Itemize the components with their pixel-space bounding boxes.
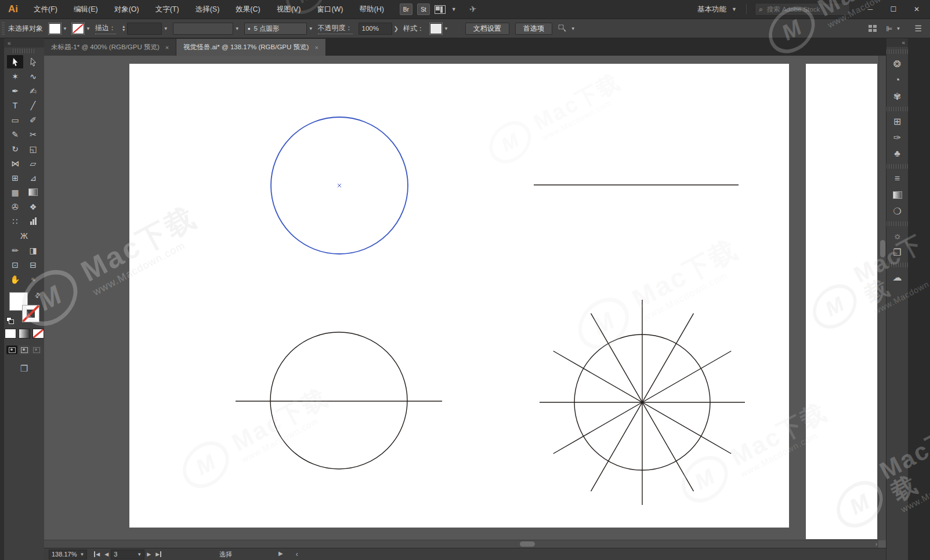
bridge-icon[interactable]: Br — [400, 3, 412, 15]
fill-swatch[interactable] — [49, 23, 61, 34]
puppet-warp-tool[interactable]: Ж — [16, 229, 32, 242]
scrollbar-thumb[interactable] — [520, 541, 535, 547]
workspace-switcher[interactable]: 基本功能 ▼ — [688, 5, 746, 14]
width-profile-field[interactable] — [173, 23, 233, 35]
panel-gripper[interactable] — [886, 49, 910, 54]
panel-gripper[interactable] — [886, 164, 910, 169]
stock-search[interactable]: ⌕ — [755, 3, 850, 16]
preferences-button[interactable]: 首选项 — [515, 23, 552, 35]
chevron-down-icon[interactable]: ▼ — [86, 26, 91, 31]
artboard-2[interactable] — [806, 64, 877, 539]
eraser-tool[interactable]: ◨ — [25, 243, 41, 257]
perspective-grid-tool[interactable]: ⊿ — [25, 171, 41, 184]
close-button[interactable]: ✕ — [907, 2, 927, 17]
panel-gripper[interactable] — [13, 49, 36, 53]
horizontal-scrollbar[interactable]: › — [44, 540, 878, 548]
menu-item-4[interactable]: 文字(T) — [148, 0, 187, 19]
transparency-panel-icon[interactable]: ❍ — [886, 203, 908, 219]
paintbrush-tool[interactable]: ✐ — [25, 113, 41, 126]
menu-item-1[interactable]: 文件(F) — [26, 0, 65, 19]
scale-tool[interactable]: ◱ — [25, 142, 41, 155]
gradient-button[interactable] — [19, 329, 30, 339]
swatches-panel-icon[interactable]: ⊞ — [886, 113, 908, 129]
zoom-level-field[interactable]: 138.17% ▼ — [49, 550, 87, 559]
arrange-documents-icon[interactable] — [435, 5, 446, 14]
lasso-tool[interactable]: ∿ — [25, 70, 41, 83]
selection-tool[interactable] — [7, 55, 23, 68]
menu-item-6[interactable]: 效果(C) — [228, 0, 267, 19]
pencil-tool[interactable]: ✎ — [7, 128, 23, 141]
select-similar-icon[interactable] — [558, 24, 567, 32]
rectangle-tool[interactable]: ▭ — [7, 113, 23, 126]
layers-panel-icon[interactable]: ❐ — [886, 244, 908, 260]
artboard-tool[interactable]: ⊡ — [7, 258, 23, 271]
type-tool[interactable]: T — [7, 99, 23, 112]
last-artboard-button[interactable]: ▶ — [155, 551, 161, 557]
stroke-weight-label[interactable]: 描边： — [95, 23, 116, 34]
free-transform-tool[interactable]: ▱ — [25, 157, 41, 170]
panel-menu-icon[interactable]: ☰ — [914, 24, 922, 33]
symbols-panel-icon[interactable]: ♣ — [886, 146, 908, 162]
minimize-button[interactable]: ─ — [860, 2, 880, 17]
gradient-panel-icon[interactable] — [886, 187, 908, 203]
status-pop-left-icon[interactable]: ‹ — [296, 550, 298, 558]
menu-item-9[interactable]: 帮助(H) — [352, 0, 392, 19]
appearance-panel-icon[interactable]: ☼ — [886, 228, 908, 244]
none-button[interactable] — [32, 329, 44, 339]
screen-mode-button[interactable]: ❐ — [17, 363, 31, 374]
previous-artboard-button[interactable]: ◀ — [104, 551, 108, 557]
draw-normal-button[interactable] — [6, 346, 17, 354]
color-guide-icon[interactable]: ◔ — [886, 72, 908, 88]
zoom-tool[interactable]: ♀ — [25, 272, 41, 286]
stroke-weight-field[interactable] — [127, 23, 162, 35]
collapse-panel-icon[interactable]: « — [8, 40, 11, 46]
direct-selection-tool[interactable] — [25, 55, 41, 68]
close-tab-icon[interactable]: × — [314, 44, 318, 51]
gpu-performance-icon[interactable]: ✈ — [469, 3, 477, 15]
blob-brush-tool[interactable]: ✏ — [7, 243, 23, 257]
eyedropper-tool[interactable]: ✇ — [7, 200, 23, 213]
mesh-tool[interactable]: ▦ — [7, 186, 23, 199]
menu-item-7[interactable]: 视图(V) — [269, 0, 309, 19]
slice-tool[interactable]: ⊟ — [25, 258, 41, 271]
first-artboard-button[interactable]: ◀ — [94, 551, 100, 557]
color-button[interactable] — [5, 329, 16, 339]
document-tab-2[interactable]: 视觉怪兽.ai* @ 138.17% (RGB/GPU 预览)× — [176, 39, 326, 56]
scrollbar-thumb[interactable] — [880, 240, 885, 257]
app-logo[interactable]: Ai — [8, 3, 18, 15]
stock-icon[interactable]: St — [417, 3, 430, 15]
shape-builder-tool[interactable]: ⊞ — [7, 171, 23, 184]
vertical-scrollbar[interactable] — [878, 56, 886, 540]
draw-inside-button[interactable] — [31, 346, 42, 354]
maximize-button[interactable]: ☐ — [884, 2, 903, 17]
stroke-color-well[interactable] — [22, 305, 39, 322]
recolor-artwork-icon[interactable]: ✾ — [886, 88, 908, 104]
close-tab-icon[interactable]: × — [165, 44, 169, 51]
chevron-down-icon[interactable]: ▼ — [571, 26, 576, 31]
swap-fill-stroke-icon[interactable]: ⇄ — [33, 291, 42, 300]
column-graph-tool[interactable] — [25, 214, 41, 228]
rotate-tool[interactable]: ↻ — [7, 142, 23, 155]
dock-control-icon[interactable]: ⊫▼ — [886, 24, 905, 33]
pen-tool[interactable]: ✒ — [7, 84, 23, 97]
default-fill-stroke-icon[interactable] — [6, 317, 14, 324]
menu-item-3[interactable]: 对象(O) — [107, 0, 147, 19]
chevron-down-icon[interactable]: ▼ — [164, 26, 168, 31]
status-pop-right-icon[interactable]: ▶ — [278, 550, 283, 558]
creative-cloud-icon[interactable]: ☁ — [886, 269, 908, 285]
scroll-right-icon[interactable]: › — [875, 540, 877, 548]
gradient-tool[interactable] — [25, 186, 41, 199]
canvas[interactable]: › — [44, 56, 886, 548]
document-setup-button[interactable]: 文档设置 — [465, 23, 509, 35]
next-artboard-button[interactable]: ▶ — [147, 551, 151, 557]
style-swatch[interactable] — [430, 23, 442, 34]
menu-item-5[interactable]: 选择(S) — [188, 0, 227, 19]
chevron-down-icon[interactable]: ▼ — [309, 26, 313, 31]
thumbnails-grid-icon[interactable] — [869, 25, 877, 32]
stroke-weight-stepper[interactable]: ▲▼ — [122, 25, 126, 32]
chevron-down-icon[interactable]: ▼ — [451, 6, 457, 12]
symbol-sprayer-tool[interactable]: ∷ — [7, 214, 23, 228]
panel-gripper[interactable] — [886, 221, 910, 226]
blend-tool[interactable]: ❖ — [25, 200, 41, 213]
artboard-1[interactable] — [129, 64, 789, 528]
